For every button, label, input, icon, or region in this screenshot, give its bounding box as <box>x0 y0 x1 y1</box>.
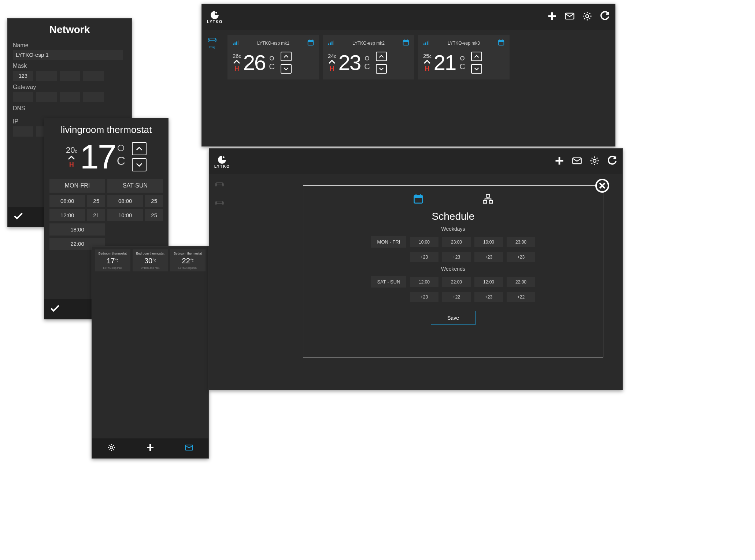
temp-up-button[interactable] <box>471 52 482 61</box>
add-button[interactable] <box>554 156 565 167</box>
we-temp-0[interactable]: 25 <box>145 195 163 207</box>
wd-temp-1[interactable]: 21 <box>87 209 105 221</box>
we-p0[interactable]: +23 <box>410 292 438 302</box>
temp-down-button[interactable] <box>376 64 387 74</box>
device-name: LYTKO-esp mk3 <box>448 41 480 46</box>
signal-icon <box>328 40 334 47</box>
wd-time-0[interactable]: 08:00 <box>49 195 85 207</box>
temp-up-button[interactable] <box>281 52 292 61</box>
setpoint-unit: c <box>75 149 77 154</box>
mini-card-0[interactable]: Bedroom thermostat 17°c LYTKO-esp mk2 <box>95 249 130 271</box>
current-temp: 21 <box>434 53 456 71</box>
schedule-tab-icon[interactable] <box>413 194 424 205</box>
brand-name: LYTKO <box>207 20 223 24</box>
zone-icon-2[interactable] <box>215 198 224 207</box>
device-card-0[interactable]: LYTKO-esp mk1 26c H 26 C <box>227 35 319 79</box>
gw-seg-2[interactable] <box>36 92 57 102</box>
temp-up-button[interactable] <box>132 142 147 155</box>
schedule-panel: LYTKO Schedule Weekdays MON - F <box>209 148 623 390</box>
add-icon[interactable] <box>146 443 155 453</box>
we-p2[interactable]: +23 <box>474 292 503 302</box>
gw-seg-1[interactable] <box>13 92 33 102</box>
mini-dev-1: LYTKO-esp mk1 <box>141 267 159 269</box>
we-t0[interactable]: 12:00 <box>410 277 438 287</box>
wd-p0[interactable]: +23 <box>410 252 438 262</box>
name-input[interactable] <box>13 50 123 60</box>
we-time-1[interactable]: 10:00 <box>107 209 143 221</box>
settings-button[interactable] <box>589 156 600 167</box>
we-t2[interactable]: 12:00 <box>474 277 503 287</box>
mail-icon[interactable] <box>185 443 193 453</box>
wd-t3[interactable]: 23:00 <box>507 237 535 247</box>
wd-temp-0[interactable]: 25 <box>87 195 105 207</box>
logo[interactable]: LYTKO <box>207 10 223 24</box>
calendar-icon[interactable] <box>307 39 314 47</box>
we-t1[interactable]: 22:00 <box>442 277 471 287</box>
mini-title-1: Bedroom thermostat <box>136 252 164 255</box>
gw-seg-3[interactable] <box>60 92 80 102</box>
mask-seg-4[interactable] <box>83 71 104 81</box>
we-temp-1[interactable]: 25 <box>145 209 163 221</box>
mini-dev-2: LYTKO-esp mk3 <box>178 267 197 269</box>
weekdays-label: Weekdays <box>303 226 603 232</box>
wd-time-2[interactable]: 18:00 <box>49 223 105 236</box>
we-t3[interactable]: 22:00 <box>507 277 535 287</box>
confirm-icon[interactable] <box>14 211 23 222</box>
add-button[interactable] <box>547 11 557 23</box>
mask-seg-2[interactable] <box>36 71 57 81</box>
temp-up-button[interactable] <box>376 52 387 61</box>
wd-t0[interactable]: 10:00 <box>410 237 438 247</box>
tab-weekends[interactable]: SAT-SUN <box>107 179 163 193</box>
network-tab-icon[interactable] <box>482 194 493 205</box>
heat-mode-icon: H <box>330 65 334 73</box>
mail-button[interactable] <box>572 156 582 167</box>
wd-t2[interactable]: 10:00 <box>474 237 503 247</box>
wd-p1[interactable]: +23 <box>442 252 471 262</box>
wd-time-1[interactable]: 12:00 <box>49 209 85 221</box>
calendar-icon[interactable] <box>498 39 504 47</box>
zone-living-icon[interactable] <box>207 35 217 44</box>
heat-mode-icon: H <box>425 65 430 73</box>
we-p3[interactable]: +22 <box>507 292 535 302</box>
settings-button[interactable] <box>582 11 592 23</box>
device-card-1[interactable]: LYTKO-esp mk2 24c H 23 C <box>323 35 414 79</box>
network-title: Network <box>8 19 132 39</box>
dashboard-panel: LYTKO living LYTKO-esp mk1 26c H 26 <box>201 4 615 147</box>
we-p1[interactable]: +22 <box>442 292 471 302</box>
refresh-button[interactable] <box>600 11 610 23</box>
ip-seg-1[interactable] <box>13 126 33 137</box>
mode-heat-icon: H <box>69 161 74 168</box>
zone-icon-1[interactable] <box>215 179 224 189</box>
mini-card-2[interactable]: Bedroom thermostat 22°c LYTKO-esp mk3 <box>170 249 206 271</box>
device-card-2[interactable]: LYTKO-esp mk3 25c H 21 C <box>418 35 510 79</box>
temp-down-button[interactable] <box>471 64 482 74</box>
mask-seg-1[interactable]: 123 <box>13 71 33 81</box>
logo[interactable]: LYTKO <box>214 155 230 168</box>
dns-label: DNS <box>13 105 126 112</box>
degree-icon <box>270 56 274 60</box>
confirm-icon[interactable] <box>50 304 60 315</box>
temp-down-button[interactable] <box>281 64 292 74</box>
mini-temp-0: 17 <box>107 257 115 265</box>
wd-p2[interactable]: +23 <box>474 252 503 262</box>
device-name: LYTKO-esp mk2 <box>352 41 385 46</box>
unit-label: C <box>269 62 275 71</box>
tab-weekdays[interactable]: MON-FRI <box>49 179 105 193</box>
name-label: Name <box>13 42 126 49</box>
mini-temp-2: 22 <box>182 257 190 265</box>
settings-icon[interactable] <box>107 443 116 453</box>
temp-down-button[interactable] <box>132 158 147 171</box>
mask-seg-3[interactable] <box>60 71 80 81</box>
current-temp: 17 <box>80 142 115 171</box>
wd-t1[interactable]: 23:00 <box>442 237 471 247</box>
gw-seg-4[interactable] <box>83 92 104 102</box>
refresh-button[interactable] <box>607 156 617 167</box>
wd-p3[interactable]: +23 <box>507 252 535 262</box>
mini-card-1[interactable]: Bedroom thermostat 30°c LYTKO-esp mk1 <box>133 249 168 271</box>
mini-title-0: Bedroom thermostat <box>99 252 127 255</box>
save-button[interactable]: Save <box>431 311 475 325</box>
calendar-icon[interactable] <box>403 39 409 47</box>
mail-button[interactable] <box>565 11 575 23</box>
we-time-0[interactable]: 08:00 <box>107 195 143 207</box>
close-icon[interactable] <box>595 178 610 193</box>
